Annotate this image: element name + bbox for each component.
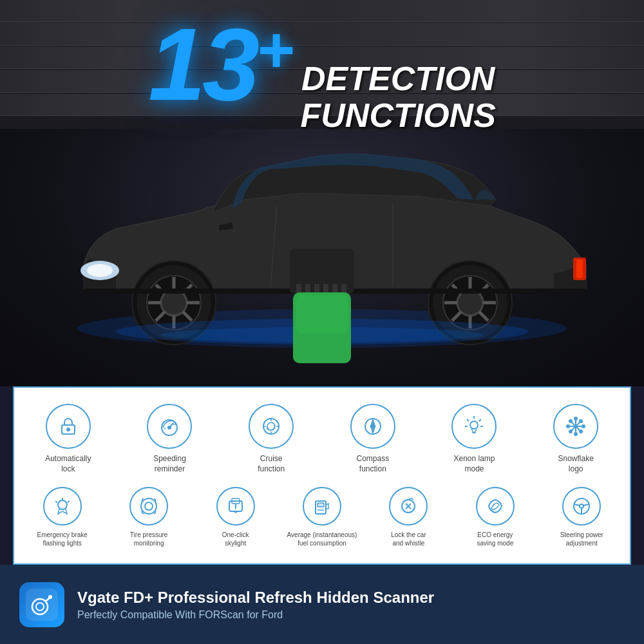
emergency-icon-circle (43, 487, 82, 526)
svg-line-75 (55, 501, 57, 502)
title-area: 13+DETECTIONFUNCTIONS (0, 13, 644, 134)
svg-point-68 (582, 425, 585, 428)
whistle-icon-circle (389, 487, 428, 526)
feature-eco: ECO energysaving mode (453, 484, 536, 551)
obd-device (277, 249, 367, 367)
feature-compass: Compassfunction (325, 401, 421, 477)
feature-steering: Steering poweradjustment (540, 484, 623, 551)
svg-rect-91 (26, 589, 58, 621)
svg-rect-36 (305, 284, 310, 294)
auto-lock-icon-circle (46, 404, 91, 449)
feature-speeding: Speedingreminder (122, 401, 218, 477)
svg-point-77 (141, 498, 156, 514)
svg-point-70 (580, 430, 582, 433)
compass-icon-circle (350, 404, 395, 449)
feature-whistle: Lock the carand whistle (367, 484, 450, 551)
tire-icon-circle (129, 487, 168, 526)
feature-xenon: Xenon lampmode (427, 401, 522, 477)
svg-line-89 (574, 504, 580, 506)
svg-point-78 (145, 502, 153, 510)
eco-icon-circle (476, 487, 515, 526)
feature-cruise: Cruisefunction (223, 401, 319, 477)
svg-point-71 (580, 420, 582, 422)
svg-point-66 (574, 433, 577, 435)
svg-rect-83 (317, 503, 324, 507)
app-icon (19, 582, 64, 627)
auto-lock-label: Automaticallylock (45, 454, 91, 474)
svg-point-54 (470, 421, 478, 429)
app-subtitle: Perfectly Compatible With FORScan for Fo… (77, 609, 625, 621)
xenon-icon-circle (451, 404, 497, 449)
svg-point-44 (67, 428, 70, 431)
svg-point-65 (574, 417, 577, 420)
xenon-label: Xenon lampmode (453, 454, 495, 474)
cruise-icon-circle (249, 404, 294, 449)
feature-fuel: Average (instantaneous)fuel consumption (280, 484, 363, 551)
svg-line-58 (467, 419, 469, 421)
svg-point-69 (569, 420, 572, 422)
feature-skylight: One-clickskylight (194, 484, 277, 551)
svg-point-53 (372, 425, 374, 428)
svg-point-73 (58, 500, 67, 509)
svg-line-90 (583, 504, 589, 506)
svg-rect-42 (296, 295, 348, 334)
skylight-label: One-clickskylight (222, 531, 249, 547)
speeding-label: Speedingreminder (153, 454, 186, 474)
speeding-icon-circle (147, 404, 192, 449)
feature-tire: Tire pressuremonitoring (107, 484, 190, 551)
bottom-section: Vgate FD+ Professional Refresh Hidden Sc… (0, 565, 644, 644)
app-text: Vgate FD+ Professional Refresh Hidden Sc… (77, 589, 625, 621)
app-title: Vgate FD+ Professional Refresh Hidden Sc… (77, 589, 625, 607)
svg-rect-37 (314, 284, 319, 294)
svg-rect-39 (332, 284, 337, 294)
svg-line-76 (68, 501, 70, 502)
svg-point-67 (567, 425, 569, 428)
features-row2: Emergency brakeflashing lights Tire pres… (21, 484, 623, 551)
fuel-label: Average (instantaneous)fuel consumption (287, 531, 357, 547)
svg-point-2 (87, 264, 113, 277)
svg-rect-4 (576, 260, 583, 278)
svg-point-94 (48, 595, 52, 599)
svg-rect-40 (341, 284, 346, 294)
emergency-label: Emergency brakeflashing lights (37, 531, 88, 547)
svg-point-87 (580, 504, 583, 508)
svg-point-47 (168, 426, 171, 429)
tire-label: Tire pressuremonitoring (130, 531, 168, 547)
svg-rect-38 (323, 284, 328, 294)
snowflake-icon-circle (553, 404, 598, 449)
svg-point-72 (569, 430, 572, 433)
svg-rect-35 (296, 284, 301, 294)
compass-label: Compassfunction (356, 454, 389, 474)
features-section: Automaticallylock Speedingreminder Cruis… (13, 386, 631, 565)
steering-label: Steering poweradjustment (560, 531, 603, 547)
top-section: 13+DETECTIONFUNCTIONS (0, 0, 644, 386)
svg-line-56 (479, 419, 481, 421)
feature-snowflake: Snowflakelogo (528, 401, 623, 477)
eco-label: ECO energysaving mode (477, 531, 514, 547)
plus-sign: + (256, 14, 294, 86)
feature-emergency: Emergency brakeflashing lights (21, 484, 104, 551)
detection-number: 13 (148, 13, 256, 116)
cruise-label: Cruisefunction (258, 454, 285, 474)
fuel-icon-circle (303, 487, 341, 526)
skylight-icon-circle (216, 487, 255, 526)
features-row1: Automaticallylock Speedingreminder Cruis… (21, 401, 623, 477)
snowflake-label: Snowflakelogo (558, 454, 593, 474)
whistle-label: Lock the carand whistle (391, 531, 426, 547)
steering-icon-circle (562, 487, 601, 526)
detection-text: DETECTIONFUNCTIONS (301, 61, 496, 134)
main-container: 13+DETECTIONFUNCTIONS (0, 0, 644, 644)
feature-auto-lock: Automaticallylock (21, 401, 116, 477)
